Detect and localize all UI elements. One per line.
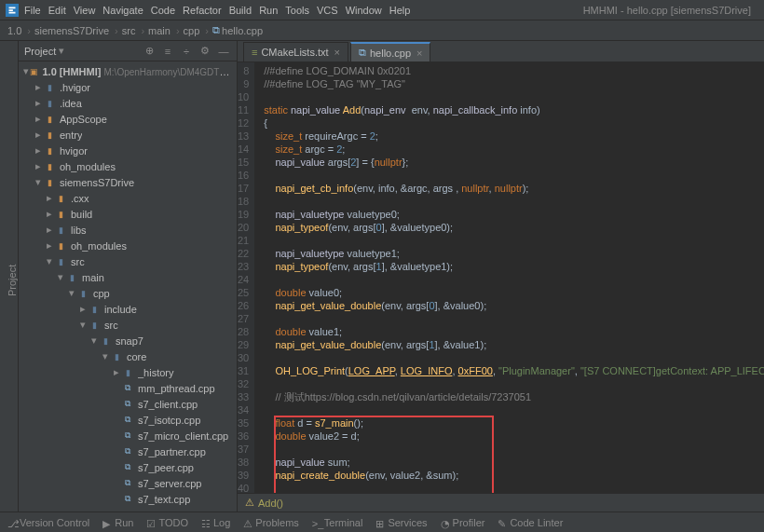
menu-item[interactable]: Tools bbox=[285, 5, 309, 16]
status-item[interactable]: ⊞Services bbox=[375, 517, 427, 528]
tree-folder[interactable]: ▸▮AppScope bbox=[19, 111, 237, 127]
menu-item[interactable]: Edit bbox=[48, 5, 66, 16]
file-icon: ≡ bbox=[252, 47, 257, 58]
tree-file[interactable]: ⧉s7_peer.cpp bbox=[19, 459, 237, 475]
app-icon bbox=[6, 4, 19, 17]
window-title: HMHMI - hello.cpp [siemensS7Drive] bbox=[583, 5, 751, 16]
menu-item[interactable]: Window bbox=[346, 5, 382, 16]
editor-area: ≡ CMakeLists.txt × ⧉ hello.cpp × 8910111… bbox=[238, 41, 764, 512]
tree-folder[interactable]: ▾▮lib bbox=[19, 507, 237, 512]
crumb[interactable]: siemensS7Drive bbox=[34, 25, 109, 36]
tree-folder[interactable]: ▾▮main bbox=[19, 269, 237, 285]
tool-tab-project[interactable]: Project bbox=[7, 48, 18, 512]
breadcrumb-bar: 1.0› siemensS7Drive› src› main› cpp› ⧉ h… bbox=[0, 20, 764, 41]
status-item[interactable]: ▶Run bbox=[102, 517, 133, 528]
collapse-icon[interactable]: ÷ bbox=[179, 44, 194, 59]
tree-folder[interactable]: ▾▮src bbox=[19, 317, 237, 333]
expand-icon[interactable]: ≡ bbox=[160, 44, 175, 59]
gear-icon[interactable]: ⚙ bbox=[198, 44, 212, 59]
tree-folder[interactable]: ▸▮.cxx bbox=[19, 190, 237, 206]
crumb[interactable]: main bbox=[148, 25, 171, 36]
menu-item[interactable]: Build bbox=[229, 5, 252, 16]
editor-tab[interactable]: ≡ CMakeLists.txt × bbox=[243, 42, 348, 61]
tree-folder[interactable]: ▸▮libs bbox=[19, 222, 237, 238]
status-item[interactable]: ☑TODO bbox=[146, 517, 188, 528]
status-item[interactable]: ☷Log bbox=[201, 517, 230, 528]
crumb[interactable]: 1.0 bbox=[7, 25, 21, 36]
menu-item[interactable]: File bbox=[24, 5, 41, 16]
tree-folder[interactable]: ▸▮oh_modules bbox=[19, 158, 237, 174]
editor-breadcrumb: ⚠ Add() bbox=[238, 493, 764, 512]
tree-folder[interactable]: ▾▮snap7 bbox=[19, 333, 237, 348]
warn-icon: ⚠ bbox=[245, 497, 254, 509]
tree-file[interactable]: ⧉s7_client.cpp bbox=[19, 396, 237, 412]
tree-folder[interactable]: ▾▮siemensS7Drive bbox=[19, 174, 237, 190]
menu-item[interactable]: Help bbox=[389, 5, 411, 16]
tree-folder[interactable]: ▸▮oh_modules bbox=[19, 238, 237, 253]
menu-item[interactable]: Navigate bbox=[102, 5, 143, 16]
panel-title: Project bbox=[24, 46, 56, 57]
tree-root[interactable]: ▾▣1.0 [HMHMI] M:\OpenHarmony\DM4GDTU\dmd… bbox=[19, 63, 237, 79]
tree-folder[interactable]: ▸▮.hvigor bbox=[19, 79, 237, 95]
menu-item[interactable]: View bbox=[74, 5, 96, 16]
left-tool-strip: Project Bookmarks Structure bbox=[0, 41, 19, 512]
scope-label[interactable]: Add() bbox=[258, 498, 283, 509]
status-item[interactable]: ⎇Version Control bbox=[7, 517, 89, 528]
tree-folder[interactable]: ▾▮src bbox=[19, 253, 237, 269]
project-tree[interactable]: ▾▣1.0 [HMHMI] M:\OpenHarmony\DM4GDTU\dmd… bbox=[19, 61, 237, 512]
target-icon[interactable]: ⊕ bbox=[142, 44, 157, 59]
line-gutter: 8910111213141516171819202122232425262728… bbox=[238, 62, 254, 493]
dropdown-icon[interactable]: ▾ bbox=[59, 45, 64, 57]
hide-icon[interactable]: — bbox=[216, 44, 231, 59]
tree-file[interactable]: ⧉s7_isotcp.cpp bbox=[19, 412, 237, 428]
status-item[interactable]: ◔Profiler bbox=[441, 517, 485, 528]
tree-file[interactable]: ⧉s7_micro_client.cpp bbox=[19, 428, 237, 443]
tree-file[interactable]: ⧉s7_server.cpp bbox=[19, 475, 237, 491]
status-item[interactable]: >_Terminal bbox=[312, 517, 363, 528]
editor-tab[interactable]: ⧉ hello.cpp × bbox=[350, 42, 430, 61]
tree-folder[interactable]: ▾▮core bbox=[19, 348, 237, 364]
editor-tabs: ≡ CMakeLists.txt × ⧉ hello.cpp × bbox=[238, 41, 764, 62]
tree-folder[interactable]: ▸▮.idea bbox=[19, 95, 237, 111]
tree-folder[interactable]: ▸▮_history bbox=[19, 364, 237, 380]
crumb-file-icon: ⧉ bbox=[212, 24, 220, 36]
tree-folder[interactable]: ▸▮include bbox=[19, 301, 237, 317]
menubar: File Edit View Navigate Code Refactor Bu… bbox=[0, 0, 764, 20]
menu-item[interactable]: Run bbox=[259, 5, 278, 16]
code-editor[interactable]: 8910111213141516171819202122232425262728… bbox=[238, 62, 764, 493]
status-item[interactable]: ⚠Problems bbox=[243, 517, 298, 528]
tree-file[interactable]: ⧉s7_partner.cpp bbox=[19, 443, 237, 459]
tree-folder[interactable]: ▸▮hvigor bbox=[19, 143, 237, 158]
crumb[interactable]: src bbox=[122, 25, 136, 36]
tree-folder[interactable]: ▸▮entry bbox=[19, 127, 237, 143]
menu-item[interactable]: VCS bbox=[317, 5, 338, 16]
tree-file[interactable]: ⧉s7_text.cpp bbox=[19, 491, 237, 507]
menu-item[interactable]: Refactor bbox=[183, 5, 222, 16]
code-text[interactable]: //#define LOG_DOMAIN 0x0201//#define LOG… bbox=[254, 62, 764, 493]
close-icon[interactable]: × bbox=[416, 48, 422, 59]
status-item[interactable]: ✎Code Linter bbox=[498, 517, 563, 528]
statusbar: ⎇Version Control ▶Run ☑TODO ☷Log ⚠Proble… bbox=[0, 512, 764, 532]
close-icon[interactable]: × bbox=[334, 47, 340, 58]
tree-folder[interactable]: ▸▮build bbox=[19, 206, 237, 222]
tree-file[interactable]: ⧉mm_pthread.cpp bbox=[19, 380, 237, 396]
crumb[interactable]: hello.cpp bbox=[222, 25, 263, 36]
menu-item[interactable]: Code bbox=[151, 5, 175, 16]
tree-folder[interactable]: ▾▮cpp bbox=[19, 285, 237, 301]
project-panel: Project ▾ ⊕ ≡ ÷ ⚙ — ▾▣1.0 [HMHMI] M:\Ope… bbox=[19, 41, 238, 512]
file-icon: ⧉ bbox=[359, 47, 366, 59]
crumb[interactable]: cpp bbox=[184, 25, 200, 36]
